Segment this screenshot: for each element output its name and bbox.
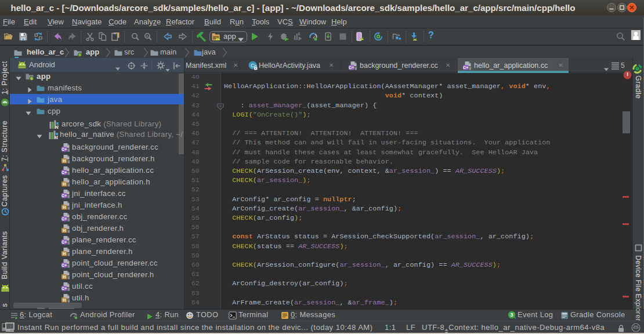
svg-text:H: H [63, 298, 66, 302]
svg-text:N: N [55, 125, 58, 129]
svg-text:H: H [63, 205, 66, 209]
svg-text:C+: C+ [463, 66, 468, 70]
svg-text:C+: C+ [61, 240, 67, 244]
svg-text:C+: C+ [61, 194, 67, 198]
svg-text:C+: C+ [61, 286, 67, 291]
svg-text:H: H [63, 182, 66, 186]
svg-text:N: N [55, 135, 57, 139]
svg-text:H: H [63, 228, 66, 233]
svg-text:C+: C+ [349, 66, 354, 70]
svg-text:3: 3 [510, 311, 513, 318]
svg-text:C+: C+ [61, 263, 67, 267]
svg-text:C+: C+ [61, 147, 67, 151]
svg-text:H: H [63, 159, 66, 163]
svg-text:H: H [63, 275, 66, 279]
svg-text:C+: C+ [61, 170, 67, 175]
svg-text:H: H [63, 252, 66, 256]
svg-text:C+: C+ [61, 217, 67, 221]
